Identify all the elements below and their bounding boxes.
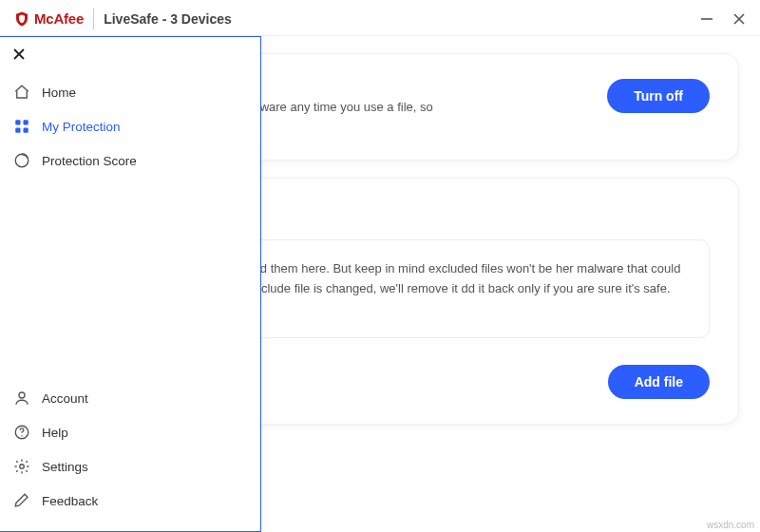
home-icon: [13, 84, 30, 101]
score-icon: [13, 152, 30, 169]
sidebar-item-feedback[interactable]: Feedback: [0, 484, 260, 518]
add-file-button[interactable]: Add file: [608, 365, 710, 399]
brand-divider: [93, 9, 94, 29]
svg-rect-5: [15, 120, 20, 124]
minimize-button[interactable]: [699, 11, 714, 27]
feedback-icon: [13, 492, 30, 509]
turn-off-button[interactable]: Turn off: [607, 79, 710, 113]
sidebar-item-label: Feedback: [42, 494, 98, 508]
sidebar-item-settings[interactable]: Settings: [0, 449, 260, 484]
brand-name: McAfee: [34, 10, 84, 27]
window-controls: [699, 11, 747, 27]
sidebar-item-label: My Protection: [42, 120, 121, 134]
svg-point-12: [21, 435, 22, 436]
svg-point-10: [19, 392, 25, 398]
sidebar-menu: Home My Protection Protection Score Acco…: [0, 36, 261, 532]
svg-rect-7: [15, 128, 20, 133]
sidebar-item-label: Protection Score: [42, 154, 137, 168]
watermark: wsxdn.com: [707, 520, 754, 530]
sidebar-item-label: Settings: [42, 460, 88, 474]
sidebar-nav-top: Home My Protection Protection Score: [0, 73, 260, 180]
gear-icon: [13, 458, 30, 475]
brand: McAfee: [13, 10, 84, 28]
sidebar-item-help[interactable]: Help: [0, 415, 260, 449]
svg-rect-6: [24, 120, 28, 124]
close-button[interactable]: [732, 11, 747, 27]
help-icon: [13, 424, 30, 441]
titlebar: McAfee LiveSafe - 3 Devices: [0, 0, 760, 36]
sidebar-nav-bottom: Account Help Settings Feedback: [0, 373, 260, 531]
sidebar-spacer: [0, 180, 260, 373]
sidebar-item-home[interactable]: Home: [0, 75, 260, 109]
sidebar-item-my-protection[interactable]: My Protection: [0, 109, 260, 143]
sidebar-item-label: Help: [42, 426, 68, 440]
grid-icon: [13, 118, 30, 135]
sidebar-item-label: Account: [42, 391, 88, 406]
sidebar-item-label: Home: [42, 86, 76, 100]
svg-rect-8: [24, 128, 28, 133]
sidebar-close-icon[interactable]: [11, 48, 27, 65]
svg-point-13: [20, 465, 25, 469]
account-icon: [13, 390, 30, 407]
mcafee-shield-icon: [13, 10, 30, 28]
sidebar-item-account[interactable]: Account: [0, 381, 260, 415]
sidebar-header: [0, 37, 260, 73]
product-name: LiveSafe - 3 Devices: [104, 11, 232, 27]
sidebar-item-protection-score[interactable]: Protection Score: [0, 143, 260, 178]
